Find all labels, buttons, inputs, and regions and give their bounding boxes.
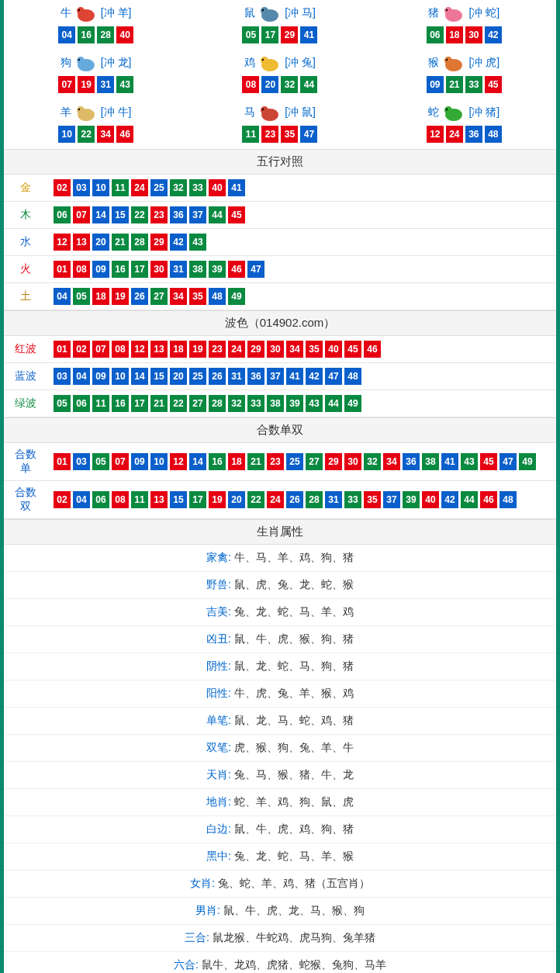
ball: 47 [247, 261, 264, 278]
ball: 44 [325, 395, 342, 412]
zodiac-icon [73, 53, 99, 73]
row-label: 合数单 [4, 443, 47, 481]
ball: 21 [446, 76, 463, 93]
ball: 25 [189, 368, 206, 385]
ball: 01 [54, 341, 71, 358]
ball: 18 [92, 288, 109, 305]
ball: 33 [247, 395, 264, 412]
ball: 08 [242, 76, 259, 93]
svg-point-20 [78, 109, 80, 110]
ball: 45 [485, 76, 502, 93]
ball: 22 [131, 206, 148, 223]
ball: 37 [189, 206, 206, 223]
zodiac-name: 猪 [428, 6, 439, 20]
ball: 48 [344, 368, 361, 385]
ball: 17 [131, 261, 148, 278]
svg-point-19 [77, 106, 85, 114]
ball-row: 08203244 [188, 76, 372, 93]
ball: 44 [461, 491, 478, 508]
ball: 36 [170, 206, 187, 223]
ball: 16 [78, 26, 95, 43]
section-header-bose: 波色（014902.com） [4, 310, 556, 336]
ball: 39 [286, 395, 303, 412]
attr-label: 双笔: [206, 741, 231, 753]
ball: 09 [131, 453, 148, 470]
ball: 02 [54, 179, 71, 196]
row-balls: 0108091617303138394647 [47, 256, 556, 283]
section-header-heshu: 合数单双 [4, 417, 556, 443]
ball: 05 [92, 453, 109, 470]
ball: 44 [209, 206, 226, 223]
zodiac-conflict: [冲 马] [285, 6, 316, 20]
attr-row: 单笔: 鼠、龙、马、蛇、鸡、猪 [4, 708, 556, 735]
ball-row: 05172941 [188, 26, 372, 43]
ball: 23 [267, 453, 284, 470]
svg-point-8 [446, 9, 448, 11]
attr-value: 鼠、牛、虎、鸡、狗、猪 [231, 822, 354, 835]
svg-point-17 [446, 59, 448, 61]
row-balls: 1213202128294243 [47, 229, 556, 256]
ball: 41 [286, 368, 303, 385]
svg-point-10 [77, 57, 85, 64]
zodiac-name: 羊 [60, 106, 71, 119]
ball: 44 [300, 76, 317, 93]
attr-value: 兔、龙、蛇、马、羊、猴 [231, 850, 354, 862]
ball: 21 [247, 453, 264, 470]
zodiac-conflict: [冲 虎] [468, 56, 500, 70]
zodiac-conflict: [冲 兔] [285, 56, 316, 70]
ball: 47 [500, 453, 517, 470]
ball: 30 [344, 453, 361, 470]
ball: 21 [150, 395, 168, 412]
ball: 20 [92, 234, 109, 251]
ball: 08 [112, 491, 129, 508]
ball: 07 [58, 76, 75, 93]
ball: 48 [500, 491, 517, 508]
table-row: 土04051819262734354849 [4, 283, 556, 310]
ball: 09 [92, 261, 109, 278]
svg-point-26 [446, 109, 448, 110]
ball: 40 [422, 491, 439, 508]
ball: 27 [150, 288, 168, 305]
attr-label: 凶丑: [206, 632, 231, 645]
ball: 05 [73, 288, 90, 305]
attr-row: 天肖: 兔、马、猴、猪、牛、龙 [4, 762, 556, 789]
ball: 33 [344, 491, 361, 508]
svg-point-14 [262, 59, 264, 61]
ball: 03 [73, 179, 90, 196]
zodiac-conflict: [冲 蛇] [468, 6, 500, 20]
zodiac-name: 鸡 [244, 56, 255, 70]
ball: 19 [209, 491, 226, 508]
attr-row: 六合: 鼠牛、龙鸡、虎猪、蛇猴、兔狗、马羊 [4, 952, 556, 974]
row-balls: 0204060811131517192022242628313335373940… [47, 481, 556, 519]
ball: 04 [58, 26, 75, 43]
ball: 09 [427, 76, 444, 93]
ball: 07 [73, 206, 90, 223]
attr-label: 单笔: [206, 714, 231, 726]
row-label: 火 [4, 256, 47, 283]
zodiac-icon [441, 102, 467, 123]
ball: 10 [112, 368, 129, 385]
row-balls: 02031011242532334041 [47, 175, 556, 202]
attr-label: 男肖: [195, 904, 220, 916]
ball: 37 [383, 491, 400, 508]
ball: 38 [422, 453, 439, 470]
ball: 32 [281, 76, 298, 93]
ball: 34 [383, 453, 400, 470]
attr-value: 鼠、龙、马、蛇、鸡、猪 [231, 714, 354, 726]
svg-point-11 [78, 59, 80, 61]
attr-row: 白边: 鼠、牛、虎、鸡、狗、猪 [4, 816, 556, 843]
ball: 13 [150, 491, 168, 508]
ball: 41 [228, 179, 245, 196]
ball: 43 [116, 76, 133, 93]
row-balls: 0103050709101214161821232527293032343638… [47, 443, 556, 481]
ball: 36 [403, 453, 420, 470]
row-balls: 04051819262734354849 [47, 283, 556, 310]
ball: 12 [54, 234, 71, 251]
row-label: 水 [4, 229, 47, 256]
attr-label: 女肖: [190, 877, 215, 889]
zodiac-conflict: [冲 龙] [101, 56, 132, 70]
attr-value: 鼠龙猴、牛蛇鸡、虎马狗、兔羊猪 [209, 931, 375, 944]
attr-label: 吉美: [206, 605, 231, 618]
zodiac-cell: 马[冲 鼠]11233547 [188, 99, 372, 149]
ball-row: 10223446 [4, 126, 188, 143]
